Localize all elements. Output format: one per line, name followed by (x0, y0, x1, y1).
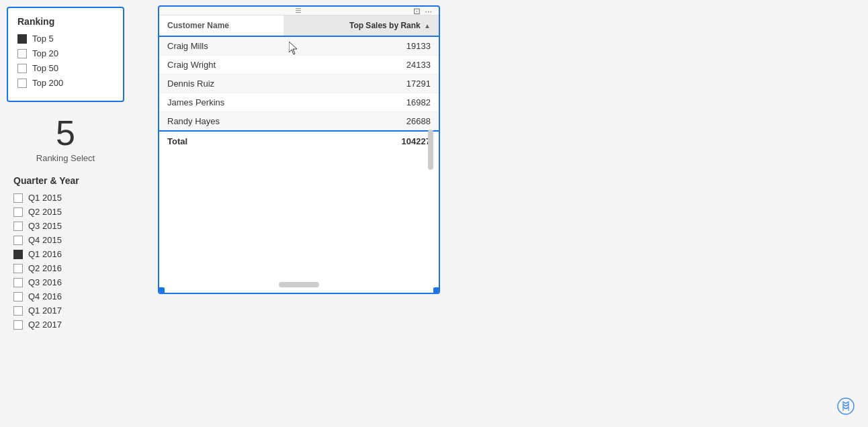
quarter-label-q4-2016: Q4 2016 (28, 291, 62, 301)
checkbox-q3-2015[interactable] (13, 222, 23, 231)
col-customer-name[interactable]: Customer Name (159, 15, 284, 36)
quarter-q4-2015[interactable]: Q4 2015 (13, 235, 118, 245)
checkbox-top5-filled[interactable] (17, 34, 27, 44)
quarter-label-q2-2016: Q2 2016 (28, 263, 62, 273)
table-row: Randy Hayes 26688 (159, 112, 439, 132)
drag-handle-icon[interactable]: ≡ (295, 5, 302, 17)
ranking-label-top50: Top 50 (32, 63, 58, 73)
checkbox-q1-2016-filled[interactable] (13, 250, 23, 259)
checkbox-q3-2016[interactable] (13, 278, 23, 287)
quarter-label-q3-2015: Q3 2015 (28, 221, 62, 231)
data-table-container: ≡ ⊡ ··· Customer Name Top Sales by Rank … (158, 5, 440, 294)
dna-icon (837, 397, 855, 419)
ranking-select-value: 5 (13, 115, 118, 150)
total-row: Total 104227 (159, 131, 439, 151)
scroll-indicator-bottom[interactable] (279, 282, 319, 287)
cell-value-2: 17291 (284, 75, 439, 93)
checkbox-top200-empty[interactable] (17, 79, 27, 88)
quarter-q1-2015[interactable]: Q1 2015 (13, 193, 118, 203)
checkbox-q4-2015[interactable] (13, 236, 23, 245)
checkbox-q1-2015[interactable] (13, 193, 23, 203)
quarter-label-q2-2015: Q2 2015 (28, 207, 62, 217)
checkbox-q1-2017[interactable] (13, 306, 23, 316)
cell-name-2: Dennis Ruiz (159, 75, 284, 93)
checkbox-top20-empty[interactable] (17, 49, 27, 58)
table-row: Craig Wright 24133 (159, 56, 439, 75)
table-row: James Perkins 16982 (159, 93, 439, 112)
ranking-label-top200: Top 200 (32, 78, 63, 88)
table-header-row: Customer Name Top Sales by Rank ▲ (159, 15, 439, 36)
cell-value-1: 24133 (284, 56, 439, 75)
quarter-q3-2016[interactable]: Q3 2016 (13, 277, 118, 287)
ranking-option-top20[interactable]: Top 20 (17, 48, 114, 58)
quarter-q2-2016[interactable]: Q2 2016 (13, 263, 118, 273)
ranking-filter-box: Ranking Top 5 Top 20 Top 50 Top 200 (7, 7, 124, 102)
resize-handle-bl[interactable] (158, 287, 165, 294)
checkbox-q2-2017[interactable] (13, 320, 23, 330)
quarter-label-q1-2017: Q1 2017 (28, 305, 62, 316)
quarter-q1-2017[interactable]: Q1 2017 (13, 305, 118, 316)
cell-name-1: Craig Wright (159, 56, 284, 75)
quarter-year-section: Quarter & Year Q1 2015 Q2 2015 Q3 2015 Q… (7, 175, 124, 330)
quarter-label-q2-2017: Q2 2017 (28, 320, 62, 330)
col-top-sales-label: Top Sales by Rank (349, 21, 421, 30)
col-top-sales[interactable]: Top Sales by Rank ▲ (284, 15, 439, 36)
table-body: Craig Mills 19133 Craig Wright 24133 Den… (159, 36, 439, 131)
quarter-label-q4-2015: Q4 2015 (28, 235, 62, 245)
ranking-label-top5: Top 5 (32, 34, 54, 44)
quarter-q2-2017[interactable]: Q2 2017 (13, 320, 118, 330)
checkbox-top50-empty[interactable] (17, 64, 27, 73)
ranking-select-section: 5 Ranking Select (7, 115, 124, 163)
quarter-year-title: Quarter & Year (13, 175, 118, 186)
cell-name-4: Randy Hayes (159, 112, 284, 132)
ranking-label-top20: Top 20 (32, 48, 58, 58)
table-row: Dennis Ruiz 17291 (159, 75, 439, 93)
col-customer-name-label: Customer Name (167, 21, 229, 30)
quarter-q4-2016[interactable]: Q4 2016 (13, 291, 118, 301)
ranking-option-top5[interactable]: Top 5 (17, 34, 114, 44)
table-footer: Total 104227 (159, 131, 439, 151)
cell-value-0: 19133 (284, 36, 439, 56)
toolbar-actions: ⊡ ··· (413, 6, 432, 16)
total-label: Total (159, 131, 284, 151)
checkbox-q4-2016[interactable] (13, 292, 23, 301)
table-row: Craig Mills 19133 (159, 36, 439, 56)
total-value: 104227 (284, 131, 439, 151)
quarter-label-q1-2016: Q1 2016 (28, 249, 62, 259)
cell-value-4: 26688 (284, 112, 439, 132)
quarter-q3-2015[interactable]: Q3 2015 (13, 221, 118, 231)
cell-name-0: Craig Mills (159, 36, 284, 56)
ranking-select-label: Ranking Select (13, 153, 118, 163)
resize-handle-br[interactable] (433, 287, 440, 294)
more-options-icon[interactable]: ··· (425, 6, 432, 16)
quarter-q2-2015[interactable]: Q2 2015 (13, 207, 118, 217)
cell-name-3: James Perkins (159, 93, 284, 112)
scroll-indicator-right[interactable] (428, 130, 433, 170)
sidebar: Ranking Top 5 Top 20 Top 50 Top 200 5 Ra… (7, 7, 124, 334)
checkbox-q2-2015[interactable] (13, 207, 23, 217)
sort-arrow-icon: ▲ (424, 22, 431, 30)
checkbox-q2-2016[interactable] (13, 264, 23, 273)
quarter-label-q3-2016: Q3 2016 (28, 277, 62, 287)
cell-value-3: 16982 (284, 93, 439, 112)
ranking-option-top50[interactable]: Top 50 (17, 63, 114, 73)
quarter-label-q1-2015: Q1 2015 (28, 193, 62, 203)
ranking-title: Ranking (17, 16, 114, 27)
sales-table: Customer Name Top Sales by Rank ▲ Craig … (159, 15, 439, 151)
quarter-q1-2016[interactable]: Q1 2016 (13, 249, 118, 259)
table-toolbar: ≡ ⊡ ··· (159, 7, 439, 15)
ranking-option-top200[interactable]: Top 200 (17, 78, 114, 88)
expand-icon[interactable]: ⊡ (413, 6, 421, 16)
